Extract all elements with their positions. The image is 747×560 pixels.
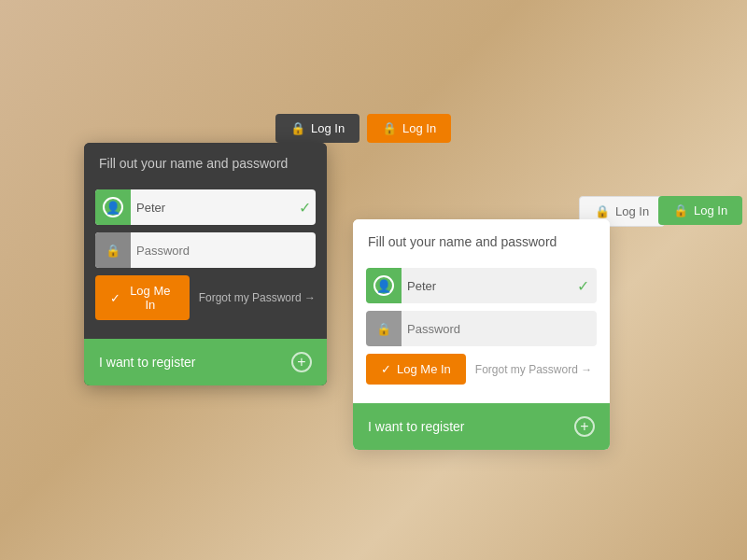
light-card-header: Fill out your name and password — [353, 219, 610, 259]
light-card-title: Fill out your name and password — [368, 234, 557, 249]
green-login-button[interactable]: 🔒 Log In — [658, 196, 742, 225]
light-forgot-password-link[interactable]: Forgot my Password → — [475, 363, 592, 376]
light-user-icon: 👤 — [366, 268, 402, 303]
check-icon: ✓ — [110, 291, 120, 305]
light-card-body: 👤 ✓ 🔒 ✓ Log Me In Forgot my Password → — [353, 259, 610, 403]
dark-log-me-in-label: Log Me In — [126, 284, 175, 312]
user-avatar-icon: 👤 — [103, 197, 123, 217]
register-plus-icon: + — [574, 416, 595, 437]
light-check-icon: ✓ — [577, 277, 597, 295]
dark-card-title: Fill out your name and password — [99, 156, 288, 171]
dark-login-card: Fill out your name and password 👤 ✓ 🔒 ✓ … — [84, 143, 327, 385]
light-password-row: 🔒 — [366, 311, 597, 346]
register-plus-icon: + — [291, 352, 312, 372]
dark-password-input[interactable] — [131, 236, 316, 265]
light-username-row: 👤 ✓ — [366, 268, 597, 303]
dark-log-me-in-button[interactable]: ✓ Log Me In — [95, 275, 190, 320]
dark-card-header: Fill out your name and password — [84, 143, 327, 180]
lock-symbol-icon: 🔒 — [376, 322, 391, 336]
dark-login-label: Log In — [311, 121, 345, 135]
light-username-input[interactable] — [402, 272, 577, 301]
lock-icon: 🔒 — [595, 204, 610, 218]
lock-icon: 🔒 — [290, 121, 305, 135]
light-register-label: I want to register — [368, 419, 465, 434]
dark-lock-icon: 🔒 — [95, 232, 131, 268]
dark-check-icon: ✓ — [299, 199, 316, 217]
dark-password-row: 🔒 — [95, 232, 316, 268]
dark-forgot-password-link[interactable]: Forgot my Password → — [199, 291, 316, 304]
lock-symbol-icon: 🔒 — [106, 244, 120, 258]
dark-login-button[interactable]: 🔒 Log In — [275, 114, 359, 143]
dark-username-row: 👤 ✓ — [95, 189, 316, 225]
light-lock-icon: 🔒 — [366, 311, 402, 346]
dark-action-row: ✓ Log Me In Forgot my Password → — [95, 275, 316, 320]
light-action-row: ✓ Log Me In Forgot my Password → — [366, 354, 597, 385]
check-icon: ✓ — [381, 362, 391, 376]
light-log-me-in-button[interactable]: ✓ Log Me In — [366, 354, 466, 385]
dark-card-footer[interactable]: I want to register + — [84, 339, 327, 385]
light-login-card: Fill out your name and password 👤 ✓ 🔒 ✓ … — [353, 219, 610, 450]
lock-icon: 🔒 — [382, 121, 397, 135]
light-card-footer[interactable]: I want to register + — [353, 403, 610, 450]
dark-register-label: I want to register — [99, 355, 196, 370]
green-login-label: Log In — [694, 203, 727, 217]
user-avatar-icon: 👤 — [374, 275, 394, 296]
dark-card-body: 👤 ✓ 🔒 ✓ Log Me In Forgot my Password → — [84, 180, 327, 339]
light-login-label: Log In — [615, 204, 649, 218]
orange-login-button[interactable]: 🔒 Log In — [367, 114, 451, 143]
light-log-me-in-label: Log Me In — [397, 362, 451, 376]
dark-user-icon: 👤 — [95, 189, 131, 225]
dark-username-input[interactable] — [131, 193, 299, 222]
orange-login-label: Log In — [402, 121, 436, 135]
light-password-input[interactable] — [402, 315, 597, 343]
lock-icon: 🔒 — [673, 203, 688, 217]
